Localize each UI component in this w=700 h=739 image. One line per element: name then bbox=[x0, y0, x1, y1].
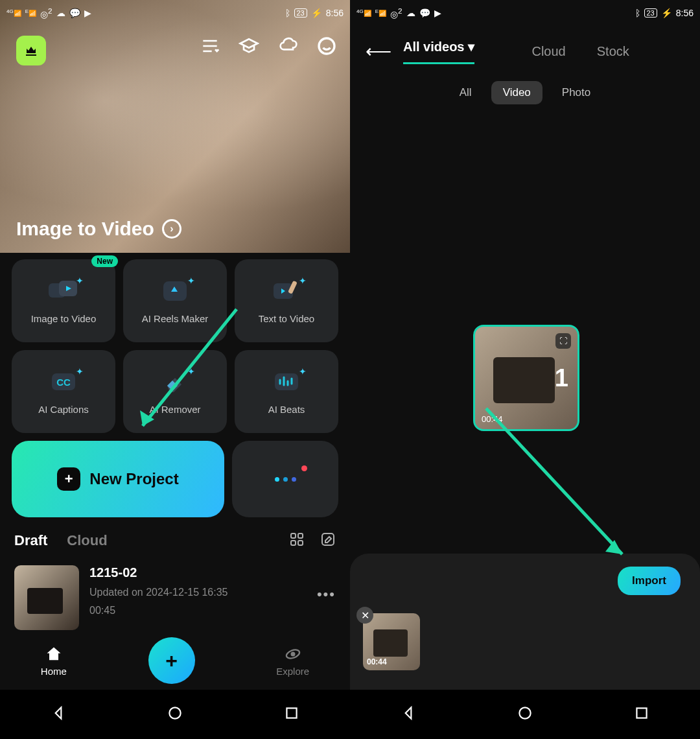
sparkle-icon: ✦ bbox=[76, 276, 84, 286]
tile-ai-remover[interactable]: ✦ AI Remover bbox=[123, 350, 227, 433]
new-badge: New bbox=[91, 255, 118, 267]
svg-rect-13 bbox=[322, 534, 334, 545]
queue-icon[interactable] bbox=[200, 36, 220, 56]
svg-point-15 bbox=[291, 652, 294, 655]
notification-dot-icon bbox=[301, 465, 307, 471]
svg-rect-19 bbox=[636, 708, 646, 718]
media-gallery: ⛶ 1 00:44 bbox=[350, 104, 700, 506]
tile-ai-beats[interactable]: ✦ AI Beats bbox=[235, 350, 338, 433]
tile-ai-reels[interactable]: ✦ AI Reels Maker bbox=[123, 259, 227, 342]
chat-icon: 💬 bbox=[419, 8, 430, 18]
academy-icon[interactable] bbox=[239, 36, 259, 56]
battery-indicator: 23 bbox=[644, 8, 657, 18]
system-nav bbox=[0, 690, 350, 739]
filter-video[interactable]: Video bbox=[491, 81, 542, 104]
svg-rect-17 bbox=[286, 708, 296, 718]
svg-rect-11 bbox=[291, 541, 296, 545]
status-bar: 4G📶 E📶 ◎2 ☁ 💬 ▶ ᛒ 23 ⚡ 8:56 bbox=[0, 0, 350, 26]
home-screen: 4G📶 E📶 ◎2 ☁ 💬 ▶ ᛒ 23 ⚡ 8:56 Image to Vid… bbox=[0, 0, 350, 739]
bottom-nav: Home + Explore bbox=[0, 631, 350, 690]
tile-label: AI Beats bbox=[268, 404, 305, 415]
selection-order: 1 bbox=[555, 364, 568, 392]
tile-image-to-video[interactable]: New ✦ Image to Video bbox=[12, 259, 115, 342]
chevron-right-icon: › bbox=[162, 219, 181, 239]
fab-create[interactable]: + bbox=[148, 637, 195, 684]
status-bar: 4G📶 E📶 ◎2 ☁ 💬 ▶ ᛒ 23 ⚡ 8:56 bbox=[350, 0, 700, 26]
premium-button[interactable] bbox=[16, 36, 46, 65]
charging-icon: ⚡ bbox=[311, 8, 322, 18]
tab-all-videos[interactable]: All videos ▾ bbox=[403, 39, 474, 64]
more-button[interactable] bbox=[232, 441, 338, 517]
recent-icon[interactable] bbox=[283, 705, 300, 724]
tile-label: Text to Video bbox=[259, 313, 314, 324]
tile-label: AI Captions bbox=[38, 404, 89, 415]
tile-ai-captions[interactable]: ✦CC AI Captions bbox=[12, 350, 115, 433]
app-icon: ▶ bbox=[434, 8, 441, 18]
svg-rect-12 bbox=[298, 541, 303, 545]
import-screen: 4G📶 E📶 ◎2 ☁ 💬 ▶ ᛒ 23 ⚡ 8:56 ⟵ All videos… bbox=[350, 0, 700, 739]
tray-thumbnail[interactable]: ✕ 00:44 bbox=[363, 613, 420, 670]
cloud-sync-icon[interactable] bbox=[277, 36, 298, 56]
tab-cloud[interactable]: Cloud bbox=[531, 44, 565, 59]
clock: 8:56 bbox=[676, 8, 694, 18]
feature-tiles: New ✦ Image to Video ✦ AI Reels Maker ✦ … bbox=[0, 253, 350, 433]
signal-icon-2: E📶 bbox=[25, 8, 36, 17]
media-filters: All Video Photo bbox=[350, 81, 700, 104]
svg-rect-9 bbox=[291, 534, 296, 538]
fullscreen-icon[interactable]: ⛶ bbox=[555, 333, 571, 349]
sparkle-icon: ✦ bbox=[187, 366, 195, 377]
tab-stock[interactable]: Stock bbox=[597, 44, 629, 59]
hero-title[interactable]: Image to Video › bbox=[16, 218, 181, 240]
chevron-down-icon: ▾ bbox=[468, 39, 474, 54]
signal-icon-2: E📶 bbox=[375, 8, 386, 17]
profile-icon[interactable] bbox=[316, 36, 337, 56]
remove-icon[interactable]: ✕ bbox=[356, 607, 373, 624]
grid-view-icon[interactable] bbox=[289, 532, 305, 550]
dots-icon bbox=[275, 477, 296, 482]
charging-icon: ⚡ bbox=[661, 8, 672, 18]
svg-point-16 bbox=[169, 707, 180, 718]
draft-tab[interactable]: Draft bbox=[14, 532, 47, 549]
hotspot-icon: ◎2 bbox=[40, 6, 52, 19]
draft-thumbnail bbox=[14, 565, 79, 630]
nav-label: Explore bbox=[276, 666, 309, 677]
nav-home[interactable]: Home bbox=[41, 645, 67, 677]
signal-icon: 4G📶 bbox=[6, 8, 21, 17]
tile-text-to-video[interactable]: ✦ Text to Video bbox=[235, 259, 338, 342]
selection-tray: Import ✕ 00:44 bbox=[350, 554, 700, 690]
draft-more-icon[interactable]: ••• bbox=[317, 586, 336, 603]
tile-label: Image to Video bbox=[31, 313, 97, 324]
draft-updated: Updated on 2024-12-15 16:35 bbox=[89, 587, 307, 598]
back-icon[interactable] bbox=[50, 705, 67, 724]
back-icon[interactable] bbox=[400, 705, 417, 724]
picker-header: ⟵ All videos ▾ Cloud Stock bbox=[350, 29, 700, 64]
svg-point-0 bbox=[319, 38, 334, 54]
back-button[interactable]: ⟵ bbox=[366, 41, 391, 62]
new-project-button[interactable]: + New Project bbox=[12, 441, 224, 517]
filter-photo[interactable]: Photo bbox=[550, 81, 602, 104]
cloud-icon: ☁ bbox=[56, 8, 65, 18]
hero-banner[interactable]: Image to Video › bbox=[0, 0, 350, 253]
system-nav bbox=[350, 690, 700, 739]
home-icon[interactable] bbox=[517, 705, 533, 724]
sparkle-icon: ✦ bbox=[299, 366, 307, 377]
new-project-label: New Project bbox=[89, 470, 178, 488]
cloud-tab[interactable]: Cloud bbox=[67, 532, 107, 549]
home-icon[interactable] bbox=[167, 705, 183, 724]
video-duration: 00:44 bbox=[482, 414, 503, 424]
drafts-section: Draft Cloud 1215-02 Updated on 2024-12-1… bbox=[0, 517, 350, 630]
draft-name: 1215-02 bbox=[89, 565, 307, 580]
svg-point-18 bbox=[519, 707, 530, 718]
import-button[interactable]: Import bbox=[618, 567, 681, 595]
nav-explore[interactable]: Explore bbox=[276, 645, 309, 677]
battery-indicator: 23 bbox=[294, 8, 307, 18]
plus-icon: + bbox=[57, 467, 80, 491]
tile-label: AI Remover bbox=[149, 404, 200, 415]
tray-duration: 00:44 bbox=[367, 657, 387, 666]
app-icon: ▶ bbox=[84, 8, 91, 18]
edit-icon[interactable] bbox=[320, 532, 336, 550]
recent-icon[interactable] bbox=[633, 705, 650, 724]
draft-item[interactable]: 1215-02 Updated on 2024-12-15 16:35 00:4… bbox=[14, 565, 336, 630]
filter-all[interactable]: All bbox=[448, 81, 484, 104]
video-thumbnail[interactable]: ⛶ 1 00:44 bbox=[473, 325, 579, 431]
